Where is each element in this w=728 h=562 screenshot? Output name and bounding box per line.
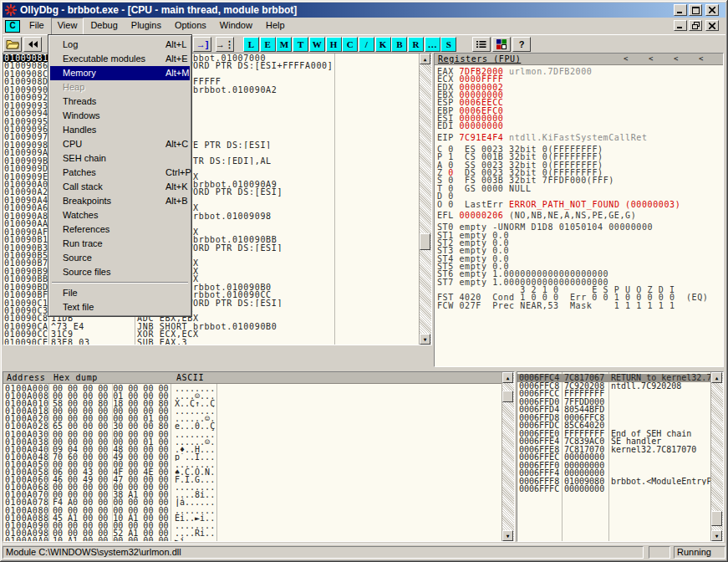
disasm-address[interactable]: 010090B9	[4, 268, 48, 275]
flag-o[interactable]: O 0 LastErr ERROR_PATH_NOT_FOUND (000000…	[435, 201, 723, 208]
hex-dump-row[interactable]: 0100A08000 00 00 00 00 00 00 00........	[3, 507, 491, 514]
disasm-row[interactable]: 010090CC31C9XOR ECX,ECX	[3, 330, 420, 338]
menu-item-memory[interactable]: MemoryAlt+M	[50, 66, 190, 80]
disassembly-scrollbar[interactable]: ▲ ▼	[419, 54, 431, 345]
toolbar-button-s[interactable]: S	[440, 37, 456, 52]
hex-ascii[interactable]: ........	[175, 522, 215, 529]
menu-item-breakpoints[interactable]: BreakpointsAlt+B	[50, 194, 190, 208]
hex-dump-row[interactable]: 0100A01800 00 00 00 00 00 00 00........	[3, 407, 491, 415]
stack-value[interactable]: 0006FFC8	[564, 414, 604, 422]
execute-till-return-button[interactable]: →]	[193, 37, 211, 52]
hex-ascii[interactable]: ........	[175, 461, 215, 468]
stack-row[interactable]: 0006FFFC00000000	[517, 485, 712, 493]
disasm-address[interactable]: 010090BB	[4, 275, 48, 283]
hex-bytes[interactable]: 10 A1 00 00 00 00 00 00	[53, 537, 168, 542]
hex-bytes[interactable]: 46 00 49 00 47 00 00 00	[53, 476, 168, 483]
maximize-button[interactable]	[689, 4, 702, 16]
hex-address[interactable]: 0100A098	[5, 529, 49, 537]
stack-row[interactable]: 0006FFEC00000000	[517, 453, 712, 462]
hex-bytes[interactable]: 00 00 00 00 00 00 00 00	[53, 431, 168, 438]
hex-bytes[interactable]: 45 A1 00 00 10 A1 00 00	[53, 514, 168, 522]
toolbar-button-r[interactable]: R	[408, 37, 424, 52]
hex-dump-row[interactable]: 0100A03000 00 00 00 00 00 00 00........	[3, 431, 491, 438]
disasm-address[interactable]: 01009095	[4, 118, 48, 125]
disasm-address[interactable]: 010090C1	[4, 299, 48, 307]
hex-ascii[interactable]: ......☺.	[175, 415, 215, 422]
stack-row[interactable]: 0006FFDC85C64020	[517, 422, 712, 430]
appearance-options-button[interactable]	[492, 37, 511, 52]
toolbar-button-c[interactable]: C	[342, 37, 358, 52]
stack-address[interactable]: 0006FFDC	[519, 422, 559, 430]
stack-scrollbar[interactable]: ▲ ▼	[710, 372, 723, 541]
hex-ascii[interactable]: ........	[175, 483, 215, 491]
toolbar-button-b[interactable]: B	[391, 37, 407, 52]
stack-value[interactable]: FFFFFFFF	[564, 430, 604, 438]
menu-item-watches[interactable]: Watches	[50, 208, 190, 222]
hex-dump-scrollbar[interactable]: ▲ ▼	[501, 372, 514, 541]
register-edi[interactable]: EDI 00000000	[435, 122, 723, 130]
hex-bytes[interactable]: 00 00 00 00 00 00 00 00	[53, 522, 168, 529]
hex-ascii[interactable]: p`..I...	[175, 453, 215, 461]
disasm-address[interactable]: 010090CE	[4, 339, 48, 345]
hex-bytes[interactable]: 09 04 00 00 48 00 00 00	[53, 446, 168, 453]
disasm-address[interactable]: 0100909B	[4, 157, 48, 165]
stack-comment[interactable]: End of SEH chain	[611, 430, 691, 438]
disasm-row[interactable]: 010090CE83E8 03SUB EAX,3	[3, 339, 420, 345]
hex-bytes[interactable]: 00 00 00 00 00 00 01 00	[53, 415, 168, 422]
stack-value[interactable]: 01009080	[564, 478, 604, 486]
pull-down-icon[interactable]: <	[624, 54, 628, 63]
disasm-address[interactable]: 010090B7	[4, 259, 48, 267]
hex-address[interactable]: 0100A040	[5, 446, 49, 453]
disasm-address[interactable]: 010090B3	[4, 244, 48, 252]
disasm-bytes[interactable]: ^73 E4	[51, 323, 84, 330]
hex-ascii[interactable]: ♠.C.O.N.	[175, 468, 215, 476]
hex-dump-row[interactable]: 0100A078F4 A0 00 00 00 00 00 00⌠á......	[3, 498, 491, 506]
stack-row[interactable]: 0006FFF000000000	[517, 462, 712, 470]
hex-bytes[interactable]: 00 00 00 00 00 00 00 00	[53, 507, 168, 514]
disasm-instruction[interactable]: JNB SHORT brbbot.010090B0	[137, 323, 277, 330]
stack-address[interactable]: 0006FFEC	[519, 453, 559, 462]
disasm-address[interactable]: 01009096	[4, 125, 48, 133]
stack-row[interactable]: 0006FFE0FFFFFFFFEnd of SEH chain	[517, 430, 712, 438]
menu-item-run-trace[interactable]: Run trace	[50, 237, 190, 251]
menubar-item-window[interactable]: Window	[213, 18, 259, 34]
stack-value[interactable]: 85C64020	[564, 422, 604, 430]
disasm-instruction[interactable]: SUB EAX,3	[137, 339, 187, 345]
menubar-item-debug[interactable]: Debug	[84, 18, 124, 34]
flag-t[interactable]: T 0 GS 0000 NULL	[435, 185, 723, 192]
hex-bytes[interactable]: 00 00 00 00 00 00 00 00	[53, 385, 168, 392]
hex-ascii[interactable]: ►í......	[175, 537, 215, 542]
toolbar-button-m[interactable]: M	[276, 37, 292, 52]
disasm-address[interactable]: 0100909D	[4, 165, 48, 172]
hex-ascii[interactable]: ....Rí..	[175, 529, 215, 537]
child-minimize-button[interactable]	[674, 20, 687, 31]
hex-ascii[interactable]: ........	[175, 407, 215, 415]
disasm-address[interactable]: 010090B5	[4, 252, 48, 259]
hex-dump-row[interactable]: 0100A09000 00 00 00 00 00 00 00........	[3, 522, 491, 529]
disasm-address[interactable]: 010090BF	[4, 291, 48, 299]
hex-address[interactable]: 0100A078	[5, 498, 49, 506]
hex-dump-row[interactable]: 0100A05000 00 00 00 00 00 00 00........	[3, 461, 491, 468]
disasm-address[interactable]: 01009081	[3, 54, 49, 62]
hex-address[interactable]: 0100A018	[5, 407, 49, 415]
hex-bytes[interactable]: 00 00 00 00 00 00 00 00	[53, 407, 168, 415]
disasm-address[interactable]: 010090BD	[4, 284, 48, 291]
hex-ascii[interactable]: ........	[175, 385, 215, 392]
hex-dump-row[interactable]: 0100A00800 00 00 00 01 00 00 00....☺...	[3, 392, 491, 400]
scrollbar-thumb[interactable]	[711, 511, 722, 526]
disasm-row[interactable]: 010090CA^73 E4JNB SHORT brbbot.010090B0	[3, 323, 420, 330]
stack-address[interactable]: 0006FFE8	[519, 446, 559, 454]
stack-value[interactable]: FFFFFFFF	[564, 390, 604, 398]
menu-item-source-files[interactable]: Source files	[50, 265, 190, 279]
disasm-instruction[interactable]: XOR ECX,ECX	[137, 330, 199, 338]
hex-bytes[interactable]: 58 00 00 80 18 00 00 80	[53, 400, 168, 407]
hex-address[interactable]: 0100A008	[5, 392, 49, 400]
register-eip[interactable]: EIP 7C91E4F4 ntdll.KiFastSystemCallRet	[435, 134, 723, 141]
stack-value[interactable]: 00000000	[564, 462, 604, 470]
disasm-address[interactable]: 010090A0	[4, 181, 48, 188]
hex-ascii[interactable]: ....☺...	[175, 392, 215, 400]
disasm-bytes[interactable]: 83E8 03	[51, 339, 90, 345]
disasm-address[interactable]: 01009097	[4, 133, 48, 140]
hex-address[interactable]: 0100A088	[5, 514, 49, 522]
menu-item-executable-modules[interactable]: Executable modulesAlt+E	[50, 52, 190, 66]
